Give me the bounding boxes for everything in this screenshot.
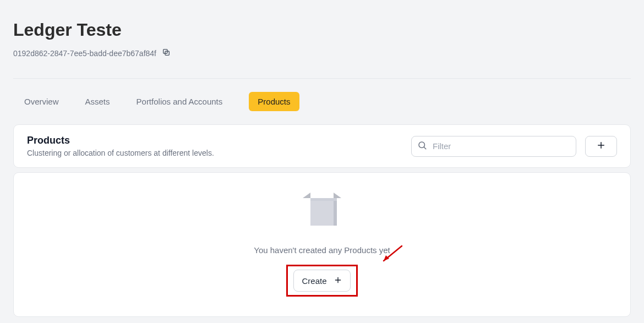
plus-icon xyxy=(596,140,606,152)
search-icon xyxy=(417,140,427,152)
tab-overview[interactable]: Overview xyxy=(24,97,59,106)
tab-assets[interactable]: Assets xyxy=(85,97,110,106)
svg-marker-14 xyxy=(384,255,389,261)
products-empty-card: You haven't created any Products yet Cre… xyxy=(13,172,631,317)
svg-rect-9 xyxy=(334,198,337,226)
products-section-subtitle: Clustering or allocation of customers at… xyxy=(27,149,214,157)
empty-state-text: You haven't created any Products yet xyxy=(254,245,390,255)
create-button-label: Create xyxy=(302,276,326,286)
products-header-card: Products Clustering or allocation of cus… xyxy=(13,124,631,168)
filter-input[interactable] xyxy=(432,141,570,151)
copy-icon[interactable] xyxy=(162,48,171,58)
empty-box-icon xyxy=(297,193,347,233)
entity-id-text: 0192d862-2847-7ee5-badd-dee7b67af84f xyxy=(13,49,156,58)
entity-id-row: 0192d862-2847-7ee5-badd-dee7b67af84f xyxy=(13,48,631,58)
svg-rect-8 xyxy=(310,198,334,226)
products-section-title: Products xyxy=(27,135,214,146)
svg-line-3 xyxy=(424,147,425,149)
add-product-button[interactable] xyxy=(585,136,617,157)
svg-rect-10 xyxy=(310,198,337,201)
svg-marker-6 xyxy=(303,193,310,198)
annotation-highlight-box: Create xyxy=(286,265,357,297)
products-heading-block: Products Clustering or allocation of cus… xyxy=(27,135,214,157)
svg-point-2 xyxy=(419,142,425,148)
create-button[interactable]: Create xyxy=(293,270,350,292)
tab-portfolios[interactable]: Portfolios and Accounts xyxy=(137,97,223,106)
tabs: Overview Assets Portfolios and Accounts … xyxy=(13,79,631,124)
page-title: Ledger Teste xyxy=(13,20,631,40)
svg-marker-7 xyxy=(334,193,341,198)
plus-icon xyxy=(334,276,342,286)
tab-products[interactable]: Products xyxy=(249,92,299,111)
filter-input-wrapper[interactable] xyxy=(411,136,576,157)
